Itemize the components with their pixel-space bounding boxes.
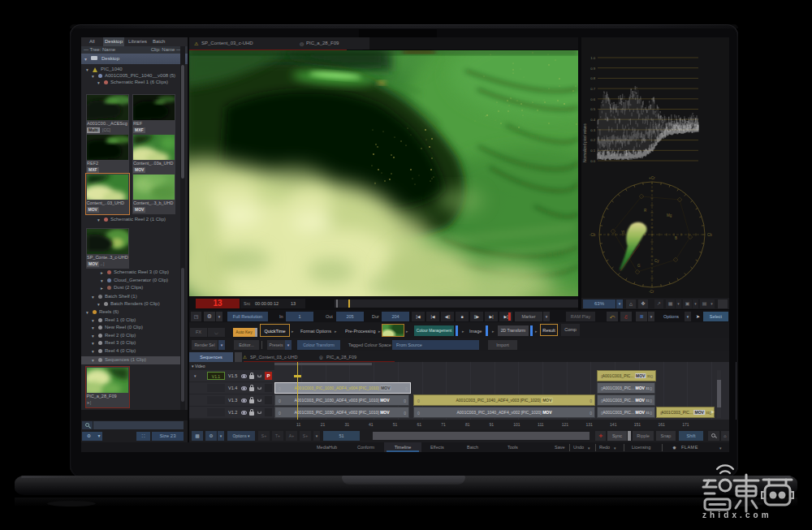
svg-text:0.9: 0.9 (590, 67, 595, 71)
svg-text:0.5: 0.5 (590, 107, 595, 111)
svg-text:0.7: 0.7 (590, 87, 595, 91)
svg-text:1.0: 1.0 (590, 56, 595, 60)
svg-text:Mg: Mg (667, 213, 672, 218)
svg-text:0.6: 0.6 (590, 97, 595, 101)
svg-text:Normalized pixel values: Normalized pixel values (583, 123, 587, 162)
svg-text:+Cr: +Cr (649, 176, 655, 180)
svg-text:Cy: Cy (654, 259, 659, 263)
svg-text:-Cb: -Cb (590, 233, 596, 237)
svg-text:R: R (644, 209, 647, 213)
svg-text:B: B (675, 236, 677, 240)
svg-text:0.4: 0.4 (590, 118, 595, 122)
svg-text:0.2: 0.2 (590, 138, 595, 142)
svg-text:0.1: 0.1 (590, 149, 595, 153)
svg-text:0.3: 0.3 (590, 128, 595, 132)
svg-text:-Cr: -Cr (649, 290, 654, 294)
svg-text:Yl: Yl (621, 231, 624, 235)
svg-text:G: G (637, 264, 641, 268)
svg-text:Cb: Cb (707, 233, 712, 237)
svg-text:0.8: 0.8 (590, 76, 595, 80)
svg-text:zhidx.com: zhidx.com (702, 511, 772, 519)
svg-text:0.0: 0.0 (590, 159, 595, 163)
